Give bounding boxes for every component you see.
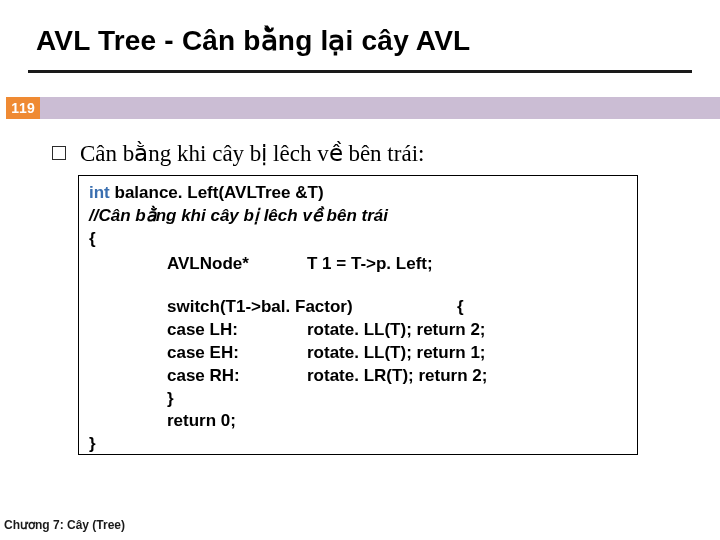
code-case-row-3: case RH: rotate. LR(T); return 2; xyxy=(167,365,627,388)
page-number-badge: 119 xyxy=(6,97,40,119)
code-comment: //Cân bằng khi cây bị lêch về bên trái xyxy=(89,205,627,228)
code-signature-rest: balance. Left(AVLTree &T) xyxy=(110,183,324,202)
code-decl-assign: T 1 = T->p. Left; xyxy=(307,253,433,276)
code-case3-label: case RH: xyxy=(167,365,307,388)
code-brace-close: } xyxy=(89,433,627,456)
code-case1-label: case LH: xyxy=(167,319,307,342)
code-decl-row: AVLNode* T 1 = T->p. Left; xyxy=(89,253,627,276)
code-brace-open: { xyxy=(89,228,627,251)
slide-title: AVL Tree - Cân bằng lại cây AVL xyxy=(36,24,470,57)
code-case2-label: case EH: xyxy=(167,342,307,365)
page-accent-bar xyxy=(40,97,720,119)
footer-text: Chương 7: Cây (Tree) xyxy=(4,518,125,532)
code-switch-head: switch(T1->bal. Factor) xyxy=(167,296,457,319)
code-case-row-1: case LH: rotate. LL(T); return 2; xyxy=(167,319,627,342)
code-switch-block: switch(T1->bal. Factor) { case LH: rotat… xyxy=(89,296,627,434)
code-case2-body: rotate. LL(T); return 1; xyxy=(307,342,486,365)
code-case3-body: rotate. LR(T); return 2; xyxy=(307,365,487,388)
code-keyword-int: int xyxy=(89,183,110,202)
bullet-row: Cân bằng khi cây bị lêch về bên trái: xyxy=(52,140,424,167)
code-case1-body: rotate. LL(T); return 2; xyxy=(307,319,486,342)
slide: AVL Tree - Cân bằng lại cây AVL 119 Cân … xyxy=(0,0,720,540)
title-underline xyxy=(28,70,692,73)
bullet-icon xyxy=(52,146,66,160)
code-switch-close: } xyxy=(167,388,627,411)
code-case-row-2: case EH: rotate. LL(T); return 1; xyxy=(167,342,627,365)
code-decl-type: AVLNode* xyxy=(167,253,307,276)
code-return: return 0; xyxy=(167,410,627,433)
code-switch-brace: { xyxy=(457,296,464,319)
bullet-text: Cân bằng khi cây bị lêch về bên trái: xyxy=(80,140,424,167)
code-box: int balance. Left(AVLTree &T) //Cân bằng… xyxy=(78,175,638,455)
code-switch-head-row: switch(T1->bal. Factor) { xyxy=(167,296,627,319)
code-signature: int balance. Left(AVLTree &T) xyxy=(89,182,627,205)
